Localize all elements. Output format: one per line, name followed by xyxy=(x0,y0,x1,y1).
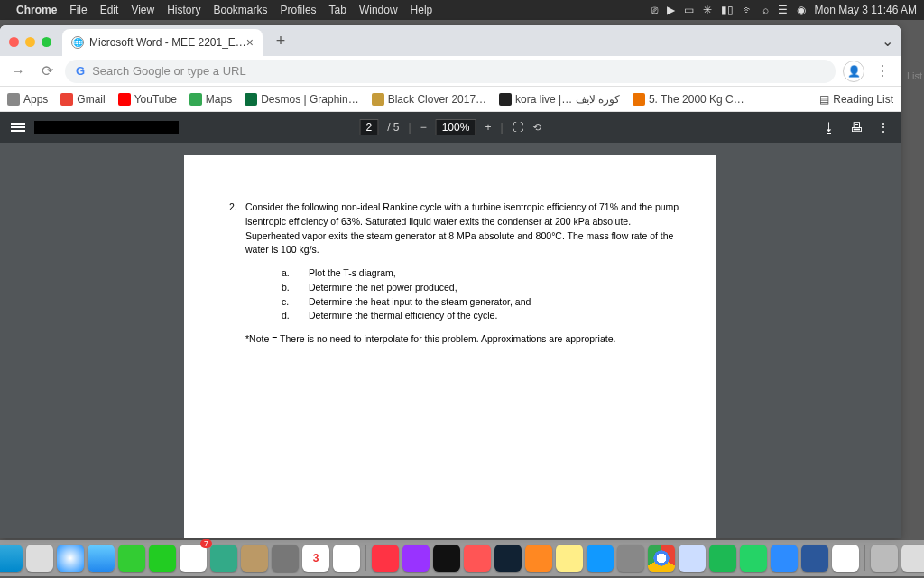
dock-books[interactable] xyxy=(525,545,552,572)
page-input[interactable]: 2 xyxy=(359,119,378,135)
dock-finder[interactable] xyxy=(0,545,23,572)
dock-app4[interactable] xyxy=(832,545,859,572)
menu-history[interactable]: History xyxy=(167,4,200,16)
bookmark-youtube[interactable]: YouTube xyxy=(118,93,177,106)
app-menu[interactable]: Chrome xyxy=(16,4,57,16)
dock-chrome[interactable] xyxy=(648,545,675,572)
chrome-toolbar: → ⟳ G Search Google or type a URL 👤 ⋮ xyxy=(0,56,901,87)
dock-app2[interactable] xyxy=(272,545,299,572)
reload-button[interactable]: ⟳ xyxy=(36,62,58,79)
bookmark-gmail[interactable]: Gmail xyxy=(60,93,105,106)
pdf-viewer: 2 / 5 | − 100% + | ⛶ ⟲ ⭳ 🖶 ⋮ 2. xyxy=(0,112,901,538)
rotate-button[interactable]: ⟲ xyxy=(532,121,541,134)
dock-stocks[interactable] xyxy=(494,545,522,572)
new-tab-button[interactable]: + xyxy=(270,32,291,51)
chrome-chevron-icon[interactable]: ⌄ xyxy=(882,33,893,50)
dock-mail[interactable] xyxy=(88,545,115,572)
tab-favicon: 🌐 xyxy=(71,36,84,49)
window-controls xyxy=(9,37,51,47)
reading-list-button[interactable]: ▤ Reading List xyxy=(819,93,893,106)
minimize-window-button[interactable] xyxy=(25,37,35,47)
bookmark-chegg[interactable]: 5. The 2000 Kg C… xyxy=(633,93,744,106)
sub-c-text: Determine the heat input to the steam ge… xyxy=(309,295,531,310)
zoom-input[interactable]: 100% xyxy=(436,119,476,135)
dock-music[interactable] xyxy=(372,545,399,572)
menu-edit[interactable]: Edit xyxy=(100,4,119,16)
menu-tab[interactable]: Tab xyxy=(329,4,346,16)
dock-tv[interactable] xyxy=(433,545,460,572)
page-total: / 5 xyxy=(387,121,399,134)
back-button[interactable]: → xyxy=(7,63,29,79)
dock-trash[interactable] xyxy=(901,545,924,572)
dock-safari[interactable] xyxy=(57,545,84,572)
pdf-page-controls: 2 / 5 | − 100% + | ⛶ ⟲ xyxy=(359,119,541,135)
menu-profiles[interactable]: Profiles xyxy=(281,4,317,16)
pdf-more-button[interactable]: ⋮ xyxy=(877,120,890,135)
chrome-window: 🌐 Microsoft Word - MEE 2201_E… × + ⌄ → ⟳… xyxy=(0,25,901,538)
mac-menubar: Chrome File Edit View History Bookmarks … xyxy=(0,0,924,20)
menu-bookmarks[interactable]: Bookmarks xyxy=(214,4,268,16)
siri-icon[interactable]: ◉ xyxy=(797,4,806,16)
clock[interactable]: Mon May 3 11:46 AM xyxy=(815,4,917,16)
dock-downloads[interactable] xyxy=(871,545,898,572)
control-center-icon[interactable]: ☰ xyxy=(778,4,788,16)
dock-zoom[interactable] xyxy=(771,545,798,572)
menu-window[interactable]: Window xyxy=(359,4,398,16)
profile-button[interactable]: 👤 xyxy=(843,61,864,82)
play-icon[interactable]: ▶ xyxy=(667,4,675,16)
screencast-icon[interactable]: ⎚ xyxy=(651,4,658,16)
bookmarks-bar: Apps Gmail YouTube Maps Desmos | Graphin… xyxy=(0,87,901,112)
dock-preview[interactable] xyxy=(210,545,237,572)
pdf-sidebar-toggle[interactable] xyxy=(11,123,25,132)
pdf-filename-redacted xyxy=(34,121,179,134)
dock-word[interactable] xyxy=(801,545,828,572)
dock-settings[interactable] xyxy=(617,545,644,572)
browser-tab[interactable]: 🌐 Microsoft Word - MEE 2201_E… × xyxy=(62,29,263,56)
dock-app3[interactable] xyxy=(679,545,706,572)
maximize-window-button[interactable] xyxy=(42,37,51,47)
dock-whatsapp[interactable] xyxy=(740,545,767,572)
close-tab-icon[interactable]: × xyxy=(246,35,254,50)
dock-news[interactable] xyxy=(464,545,491,572)
menu-file[interactable]: File xyxy=(69,4,87,16)
dock-reminders[interactable] xyxy=(333,545,360,572)
omnibox-placeholder: Search Google or type a URL xyxy=(92,64,246,78)
fit-page-button[interactable]: ⛶ xyxy=(513,121,523,134)
zoom-out-button[interactable]: − xyxy=(420,121,427,134)
search-icon[interactable]: ⌕ xyxy=(762,4,769,16)
bookmark-maps[interactable]: Maps xyxy=(189,93,232,106)
omnibox[interactable]: G Search Google or type a URL xyxy=(65,60,836,83)
problem-number: 2. xyxy=(229,200,245,347)
dock-podcasts[interactable] xyxy=(402,545,430,572)
battery-icon[interactable]: ▮▯ xyxy=(721,4,734,16)
dock-calendar[interactable]: 3 xyxy=(302,545,329,572)
chrome-menu-button[interactable]: ⋮ xyxy=(872,62,893,79)
print-button[interactable]: 🖶 xyxy=(850,120,863,135)
zoom-in-button[interactable]: + xyxy=(485,121,491,134)
dock-facetime[interactable] xyxy=(149,545,176,572)
download-button[interactable]: ⭳ xyxy=(823,120,836,135)
bluetooth-icon[interactable]: ✳ xyxy=(703,4,712,16)
menu-view[interactable]: View xyxy=(131,4,154,16)
dock-notes[interactable] xyxy=(556,545,583,572)
dock-photos[interactable]: 7 xyxy=(180,545,207,572)
wifi-icon[interactable]: ᯤ xyxy=(743,4,753,16)
pdf-page: 2. Consider the following non-ideal Rank… xyxy=(184,155,716,538)
dock-launchpad[interactable] xyxy=(26,545,53,572)
sub-a-text: Plot the T-s diagram, xyxy=(309,266,396,281)
problem-text: Consider the following non-ideal Rankine… xyxy=(245,200,685,257)
bookmark-blackclover[interactable]: Black Clover 2017… xyxy=(372,93,486,106)
close-window-button[interactable] xyxy=(9,37,19,47)
bookmark-kora[interactable]: kora live |… كورة لايف xyxy=(499,93,620,106)
sub-c-label: c. xyxy=(282,295,309,310)
display-icon[interactable]: ▭ xyxy=(684,4,694,16)
dock-spotify[interactable] xyxy=(709,545,736,572)
apps-button[interactable]: Apps xyxy=(7,93,48,106)
menu-help[interactable]: Help xyxy=(411,4,433,16)
bookmark-desmos[interactable]: Desmos | Graphin… xyxy=(245,93,359,106)
dock-messages[interactable] xyxy=(118,545,145,572)
dock-appstore[interactable] xyxy=(587,545,614,572)
pdf-content-area[interactable]: 2. Consider the following non-ideal Rank… xyxy=(0,143,901,538)
dock-app1[interactable] xyxy=(241,545,268,572)
sub-b-text: Determine the net power produced, xyxy=(309,281,457,295)
